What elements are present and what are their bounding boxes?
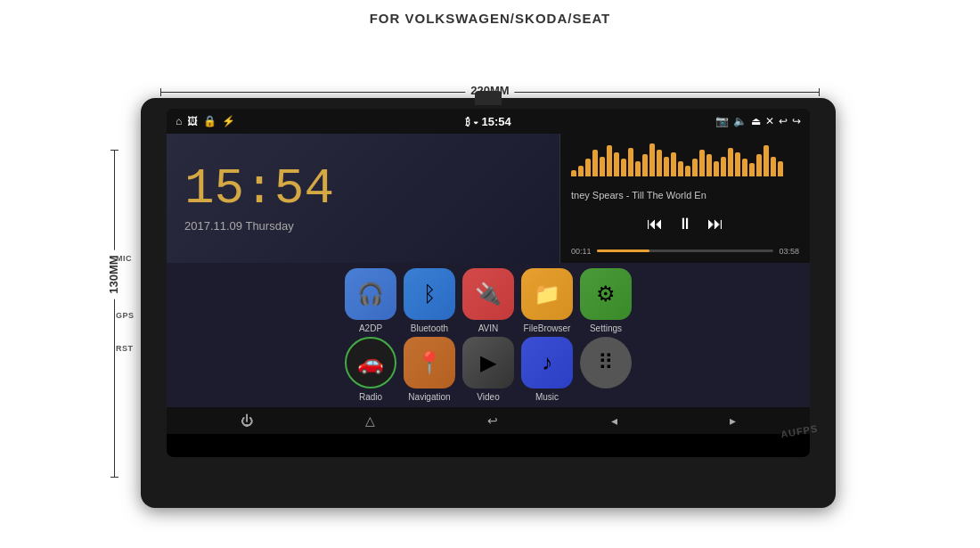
status-icons-right: 📷 🔈 ⏏ ✕ ↩ ↪	[715, 115, 801, 127]
prev-button[interactable]: ⏮	[647, 215, 663, 233]
music-title: tney Spears - Till The World En	[571, 190, 799, 200]
music-bar	[635, 161, 641, 177]
music-bar	[614, 152, 619, 177]
app-icon-radio[interactable]: 🚗Radio	[345, 337, 396, 402]
music-bar	[621, 159, 626, 176]
eject-icon[interactable]: ⏏	[751, 115, 761, 127]
app-icon-img-video: ▶	[462, 337, 514, 389]
top-row: 15:54 2017.11.09 Thursday tney Spears - …	[167, 134, 810, 263]
app-label-filebrowser: FileBrowser	[524, 323, 571, 333]
time-total: 03:58	[779, 247, 799, 256]
music-controls[interactable]: ⏮ ⏸ ⏭	[571, 215, 799, 233]
main-content: 15:54 2017.11.09 Thursday tney Spears - …	[167, 134, 810, 407]
volume-icon[interactable]: 🔈	[733, 115, 747, 127]
app-icon-navigation[interactable]: 📍Navigation	[404, 337, 455, 402]
app-icon-video[interactable]: ▶Video	[462, 337, 514, 402]
status-center-icons: ₿ ▾ 15:54	[465, 115, 510, 128]
music-panel: tney Spears - Till The World En ⏮ ⏸ ⏭ 00…	[560, 134, 810, 263]
lock-icon: 🔒	[203, 115, 216, 127]
music-bar	[585, 159, 591, 176]
apps-row-1: 🎧A2DPᛒBluetooth🔌AVIN📁FileBrowser⚙Setting…	[174, 268, 803, 333]
home-icon[interactable]: ⌂	[176, 115, 182, 127]
vol-down-button[interactable]: ◂	[611, 413, 617, 428]
music-bar	[642, 154, 648, 176]
music-bar	[628, 148, 633, 177]
app-icon-img-radio: 🚗	[345, 337, 396, 389]
music-bar	[699, 150, 705, 176]
gps-label: GPS	[116, 311, 135, 320]
top-notch	[475, 91, 502, 105]
app-icon-settings[interactable]: ⚙Settings	[580, 268, 632, 333]
music-bar	[600, 157, 605, 177]
app-label-a2dp: A2DP	[359, 323, 382, 333]
music-bar	[649, 143, 655, 177]
music-bar	[742, 159, 747, 176]
clock-panel: 15:54 2017.11.09 Thursday	[167, 134, 560, 263]
music-bar	[706, 154, 712, 176]
status-icons-left: ⌂ 🖼 🔒 ⚡	[176, 115, 235, 127]
status-time: 15:54	[481, 115, 510, 128]
music-bar	[764, 145, 769, 176]
next-button[interactable]: ⏭	[707, 215, 723, 233]
camera-icon: 📷	[715, 115, 729, 127]
app-label-video: Video	[477, 392, 499, 402]
app-label-music: Music	[535, 392, 559, 402]
progress-fill	[597, 249, 650, 252]
close-icon[interactable]: ✕	[765, 115, 774, 127]
app-label-navigation: Navigation	[408, 392, 450, 402]
music-bar	[728, 148, 733, 177]
usb-icon: ⚡	[222, 115, 235, 127]
music-bar	[692, 159, 698, 176]
music-bar	[578, 166, 584, 177]
vol-up-button[interactable]: ▸	[730, 413, 736, 428]
forward-icon[interactable]: ↪	[792, 115, 801, 127]
music-bar	[664, 157, 669, 177]
app-icon-img-more: ⠿	[580, 337, 632, 389]
app-icon-img-a2dp: 🎧	[345, 268, 396, 320]
music-visualizer	[571, 141, 799, 176]
car-unit: MIC GPS RST ⌂ 🖼 🔒 ⚡ ₿ ▾ 15:54 📷 🔈	[141, 98, 836, 508]
music-bar	[592, 150, 598, 176]
music-bar	[721, 157, 726, 177]
back-icon[interactable]: ↩	[779, 115, 788, 127]
app-icon-a2dp[interactable]: 🎧A2DP	[345, 268, 396, 333]
music-bar	[756, 154, 762, 176]
app-icon-avin[interactable]: 🔌AVIN	[462, 268, 514, 333]
device-body: MIC GPS RST ⌂ 🖼 🔒 ⚡ ₿ ▾ 15:54 📷 🔈	[141, 98, 836, 508]
app-label-radio: Radio	[359, 392, 382, 402]
page-title: FOR VOLKSWAGEN/SKODA/SEAT	[0, 0, 980, 33]
back-button[interactable]: ↩	[487, 413, 498, 428]
app-label-settings: Settings	[590, 323, 622, 333]
status-bar: ⌂ 🖼 🔒 ⚡ ₿ ▾ 15:54 📷 🔈 ⏏ ✕ ↩ ↪	[167, 109, 810, 134]
music-bar	[771, 157, 776, 177]
app-label-bluetooth: Bluetooth	[411, 323, 448, 333]
bottom-bar: ⏻ △ ↩ ◂ ▸	[167, 407, 810, 434]
screen: ⌂ 🖼 🔒 ⚡ ₿ ▾ 15:54 📷 🔈 ⏏ ✕ ↩ ↪	[167, 109, 810, 457]
music-bar	[735, 152, 740, 177]
music-bar	[657, 150, 662, 176]
app-label-avin: AVIN	[478, 323, 499, 333]
music-bar	[778, 161, 783, 177]
bluetooth-status-icon: ₿ ▾	[465, 117, 481, 127]
app-icon-img-navigation: 📍	[404, 337, 455, 389]
music-bar	[671, 152, 676, 177]
play-pause-button[interactable]: ⏸	[677, 215, 693, 233]
app-icon-music[interactable]: ♪Music	[521, 337, 573, 402]
app-icon-more[interactable]: ⠿	[580, 337, 632, 402]
mic-label: MIC	[116, 254, 132, 263]
apps-row-2: 🚗Radio📍Navigation▶Video♪Music⠿	[174, 337, 803, 402]
music-bar	[607, 145, 612, 176]
power-button[interactable]: ⏻	[241, 413, 253, 428]
music-bar	[749, 163, 755, 176]
music-bar	[678, 161, 683, 177]
music-bar	[685, 166, 690, 177]
app-icon-img-music: ♪	[521, 337, 573, 389]
app-icon-filebrowser[interactable]: 📁FileBrowser	[521, 268, 573, 333]
progress-bar[interactable]	[597, 249, 774, 252]
apps-grid: 🎧A2DPᛒBluetooth🔌AVIN📁FileBrowser⚙Setting…	[167, 263, 810, 407]
app-icon-bluetooth[interactable]: ᛒBluetooth	[404, 268, 455, 333]
gallery-icon[interactable]: 🖼	[187, 115, 198, 127]
music-progress: 00:11 03:58	[571, 247, 799, 256]
home-button[interactable]: △	[365, 413, 375, 428]
clock-date: 2017.11.09 Thursday	[184, 219, 542, 233]
